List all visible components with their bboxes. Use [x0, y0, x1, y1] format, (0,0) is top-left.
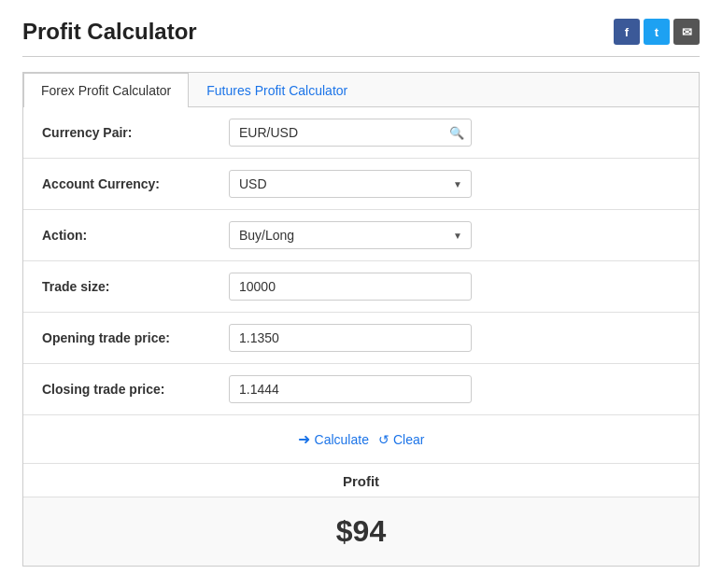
trade-size-label: Trade size:: [42, 279, 229, 294]
calculate-button[interactable]: ➜ Calculate: [298, 430, 369, 448]
clear-label: Clear: [393, 432, 424, 447]
closing-price-input[interactable]: [229, 375, 472, 403]
currency-pair-row: Currency Pair: 🔍: [23, 107, 699, 159]
clear-button[interactable]: ↺ Clear: [378, 432, 424, 447]
account-currency-select[interactable]: USD EUR GBP JPY CHF AUD CAD: [229, 170, 472, 198]
result-value: $94: [336, 514, 386, 549]
calculator-box: Forex Profit Calculator Futures Profit C…: [22, 72, 700, 567]
action-select-wrapper: Buy/Long Sell/Short: [229, 221, 472, 249]
closing-price-label: Closing trade price:: [42, 382, 229, 397]
tab-forex[interactable]: Forex Profit Calculator: [23, 73, 189, 107]
account-currency-select-wrapper: USD EUR GBP JPY CHF AUD CAD: [229, 170, 472, 198]
twitter-button[interactable]: t: [644, 19, 670, 45]
account-currency-label: Account Currency:: [42, 176, 229, 191]
currency-pair-input-wrapper: 🔍: [229, 119, 472, 147]
action-buttons-row: ➜ Calculate ↺ Clear: [23, 415, 699, 464]
account-currency-row: Account Currency: USD EUR GBP JPY CHF AU…: [23, 159, 699, 210]
currency-pair-label: Currency Pair:: [42, 125, 229, 140]
trade-size-input[interactable]: [229, 273, 472, 301]
result-value-row: $94: [23, 497, 699, 566]
page-title: Profit Calculator: [22, 19, 197, 45]
action-label: Action:: [42, 228, 229, 243]
social-icons: f t ✉: [614, 19, 700, 45]
opening-price-input[interactable]: [229, 324, 472, 352]
search-icon: 🔍: [449, 126, 464, 140]
opening-price-label: Opening trade price:: [42, 330, 229, 345]
action-select[interactable]: Buy/Long Sell/Short: [229, 221, 472, 249]
action-row: Action: Buy/Long Sell/Short: [23, 210, 699, 261]
email-button[interactable]: ✉: [673, 19, 700, 45]
currency-pair-input[interactable]: [229, 119, 472, 147]
facebook-button[interactable]: f: [614, 19, 640, 45]
trade-size-row: Trade size:: [23, 261, 699, 313]
header-divider: [22, 56, 700, 57]
tabs-container: Forex Profit Calculator Futures Profit C…: [23, 73, 699, 107]
closing-price-row: Closing trade price:: [23, 364, 699, 415]
opening-price-row: Opening trade price:: [23, 313, 699, 364]
result-label-row: Profit: [23, 464, 699, 497]
refresh-icon: ↺: [378, 432, 389, 447]
arrow-right-icon: ➜: [298, 430, 310, 448]
calculate-label: Calculate: [315, 432, 369, 447]
result-label: Profit: [343, 473, 379, 489]
form-body: Currency Pair: 🔍 Account Currency: USD E…: [23, 107, 699, 566]
tab-futures[interactable]: Futures Profit Calculator: [189, 73, 365, 107]
